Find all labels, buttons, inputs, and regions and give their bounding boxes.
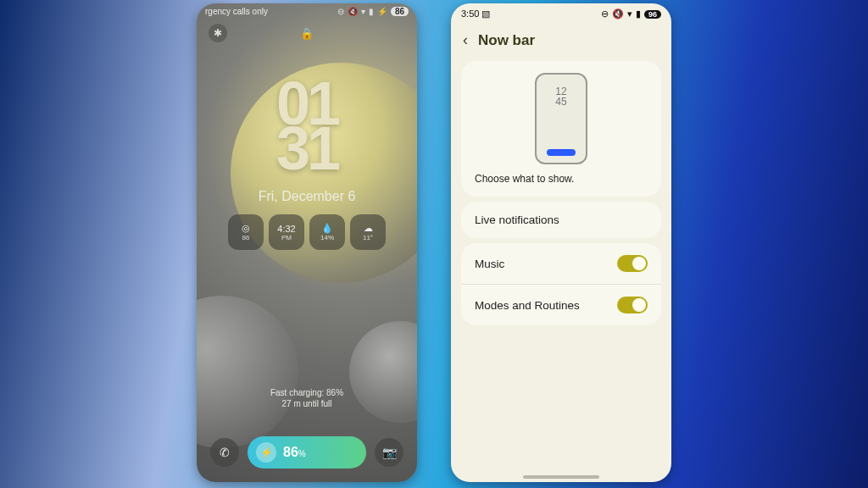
lock-icon: 🔒 xyxy=(300,27,314,40)
dnd-icon: ⊖ xyxy=(601,8,609,19)
toggle-music[interactable] xyxy=(617,255,648,272)
lock-bottom-row: ✆ ⚡ 86% 📷 xyxy=(197,436,417,469)
charging-line-2: 27 m until full xyxy=(197,398,417,409)
widget-icon: 💧 xyxy=(321,223,333,234)
mute-icon: 🔇 xyxy=(612,8,624,19)
page-header: ‹ Now bar xyxy=(451,21,671,56)
widget-value: 86 xyxy=(242,234,250,241)
mute-icon: 🔇 xyxy=(348,7,358,16)
battery-pill: 96 xyxy=(644,10,661,19)
back-button[interactable]: ‹ xyxy=(463,31,468,49)
phone-lockscreen: rgency calls only ⊖ 🔇 ▾ ▮ ⚡ 86 ✱ 🔒 01 31… xyxy=(197,3,417,482)
status-time: 3:50 ▧ xyxy=(461,8,490,19)
preview-now-bar xyxy=(547,149,576,156)
widget-battery[interactable]: ◎ 86 xyxy=(228,214,264,250)
charging-status: Fast charging: 86% 27 m until full xyxy=(197,387,417,409)
camera-shortcut[interactable]: 📷 xyxy=(375,438,403,467)
preview-clock-2: 45 xyxy=(537,97,586,107)
widget-sub: PM xyxy=(281,234,292,241)
row-label: Live notifications xyxy=(475,214,559,226)
preview-caption: Choose what to show. xyxy=(475,173,574,185)
page-title: Now bar xyxy=(478,32,535,49)
preview-clock: 12 45 xyxy=(537,86,586,107)
row-live-notifications[interactable]: Live notifications xyxy=(461,202,661,238)
now-bar-pill[interactable]: ⚡ 86% xyxy=(248,436,366,469)
stage: rgency calls only ⊖ 🔇 ▾ ▮ ⚡ 86 ✱ 🔒 01 31… xyxy=(0,0,868,488)
status-bar: 3:50 ▧ ⊖ 🔇 ▾ ▮ 96 xyxy=(451,3,671,21)
wifi-icon: ▾ xyxy=(361,7,365,16)
widget-humidity[interactable]: 💧 14% xyxy=(309,214,345,250)
preview-card: 12 45 Choose what to show. xyxy=(461,61,661,197)
preview-phone: 12 45 xyxy=(535,73,587,164)
gesture-bar[interactable] xyxy=(523,475,599,479)
charging-line-1: Fast charging: 86% xyxy=(197,387,417,398)
widget-icon: ◎ xyxy=(242,223,250,234)
charging-icon: ⚡ xyxy=(377,7,387,16)
lock-widgets: ◎ 86 4:32 PM 💧 14% ☁ 11° xyxy=(197,214,417,250)
signal-icon: ▮ xyxy=(369,7,374,16)
toggle-modes-routines[interactable] xyxy=(617,297,648,313)
widget-alarm[interactable]: 4:32 PM xyxy=(269,214,304,250)
wifi-icon: ▾ xyxy=(627,8,632,19)
status-icons: ⊖ 🔇 ▾ ▮ 96 xyxy=(601,8,661,19)
now-bar-percent: 86% xyxy=(283,445,306,460)
battery-pill: 86 xyxy=(391,7,409,16)
widget-weather[interactable]: ☁ 11° xyxy=(350,214,386,250)
lock-date: Fri, December 6 xyxy=(197,189,417,204)
lock-clock: 01 31 xyxy=(197,79,417,174)
row-label: Music xyxy=(475,258,504,270)
widget-value: 14% xyxy=(320,234,334,241)
phone-shortcut[interactable]: ✆ xyxy=(210,438,239,467)
assistant-chip[interactable]: ✱ xyxy=(209,24,227,42)
row-music[interactable]: Music xyxy=(461,243,661,284)
time-text: 3:50 xyxy=(461,8,479,19)
dnd-icon: ⊖ xyxy=(337,7,344,16)
live-notifications-group: Live notifications xyxy=(461,202,661,238)
wallpaper-sphere xyxy=(197,296,298,448)
widget-value: 4:32 xyxy=(277,224,295,234)
signal-icon: ▮ xyxy=(636,8,641,19)
pct-unit: % xyxy=(298,449,306,458)
clock-minutes: 31 xyxy=(197,124,417,174)
toggles-group: Music Modes and Routines xyxy=(461,243,661,325)
pct-value: 86 xyxy=(283,445,298,459)
widget-icon: ☁ xyxy=(364,223,373,234)
status-bar: rgency calls only ⊖ 🔇 ▾ ▮ ⚡ 86 xyxy=(197,3,417,18)
phone-settings: 3:50 ▧ ⊖ 🔇 ▾ ▮ 96 ‹ Now bar 12 45 xyxy=(451,3,671,482)
widget-value: 11° xyxy=(363,234,373,241)
carrier-text: rgency calls only xyxy=(205,7,268,16)
row-label: Modes and Routines xyxy=(475,299,580,312)
row-modes-routines[interactable]: Modes and Routines xyxy=(461,284,661,325)
screenshot-icon: ▧ xyxy=(481,8,490,19)
status-icons: ⊖ 🔇 ▾ ▮ ⚡ 86 xyxy=(337,7,409,16)
bolt-icon: ⚡ xyxy=(256,442,276,463)
